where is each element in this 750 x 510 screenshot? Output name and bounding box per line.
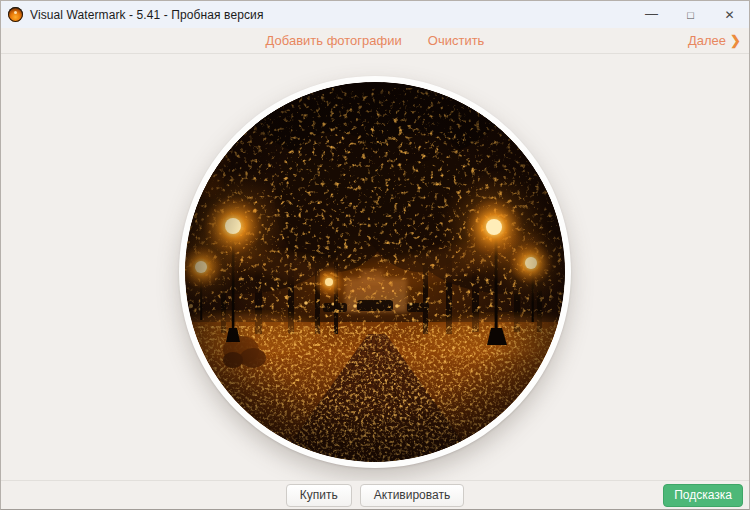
buy-button[interactable]: Купить <box>286 484 352 507</box>
clear-link[interactable]: Очистить <box>428 33 485 48</box>
next-link[interactable]: Далее ❯ <box>688 28 741 53</box>
next-label: Далее <box>688 33 726 48</box>
main-area <box>1 54 749 480</box>
app-logo-icon <box>8 7 23 22</box>
window-controls: — □ ✕ <box>632 1 749 28</box>
minimize-icon: — <box>645 6 658 21</box>
close-icon: ✕ <box>724 8 734 22</box>
hint-button[interactable]: Подсказка <box>663 484 743 507</box>
add-photos-link[interactable]: Добавить фотографии <box>266 33 402 48</box>
maximize-icon: □ <box>687 9 694 21</box>
window-title: Visual Watermark - 5.41 - Пробная версия <box>30 8 263 22</box>
toolbar: Добавить фотографии Очистить Далее ❯ <box>1 28 749 54</box>
activate-button[interactable]: Активировать <box>360 484 464 507</box>
footer-bar: Купить Активировать Подсказка <box>1 480 749 509</box>
close-button[interactable]: ✕ <box>710 1 749 28</box>
maximize-button[interactable]: □ <box>671 1 710 28</box>
minimize-button[interactable]: — <box>632 1 671 28</box>
title-bar: Visual Watermark - 5.41 - Пробная версия… <box>1 1 749 28</box>
chevron-right-icon: ❯ <box>730 33 741 48</box>
app-window: Visual Watermark - 5.41 - Пробная версия… <box>0 0 750 510</box>
photo-preview[interactable] <box>179 76 571 468</box>
night-park-photo <box>185 82 565 462</box>
